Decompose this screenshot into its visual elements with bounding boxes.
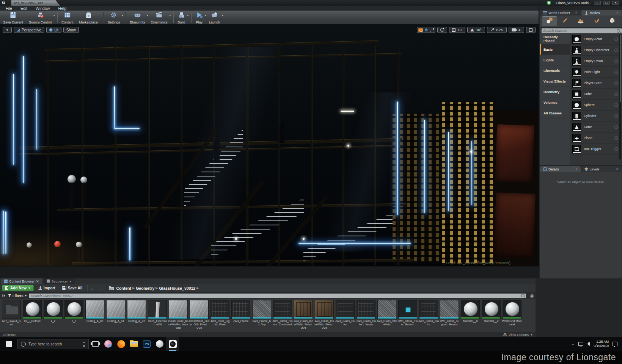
view-options-button[interactable]: View Options▼ [503,333,533,337]
taskbar-search-input[interactable] [28,342,80,346]
microphone-icon[interactable] [83,342,85,346]
breadcrumb-geometry[interactable]: Geometry [136,286,154,291]
camera-speed-control[interactable]: 4 [509,27,524,33]
asset-tile[interactable]: JW3_Frame_No_Top [251,300,272,332]
cinematics-button[interactable]: Cinematics▼ [148,11,171,24]
breadcrumb-glasshouse_v0012[interactable]: GlassHouse_v0012 [159,286,195,291]
place-item-player-start[interactable]: Player Start [570,78,622,89]
asset-tile[interactable]: JW3_Glass_Floors_Combined [272,300,293,332]
lock-icon[interactable] [530,294,534,298]
import-button[interactable]: Import [36,286,58,290]
show-button[interactable]: Show [63,27,79,33]
category-basic[interactable]: Basic [540,44,570,55]
drag-handle-icon[interactable] [614,125,618,129]
source-control-button[interactable]: Source Control▼ [27,11,55,24]
asset-tile[interactable]: JW3_Glass_Outer [335,300,355,332]
drag-handle-icon[interactable] [614,114,618,118]
perspective-button[interactable]: Perspective [14,27,44,33]
asset-tile[interactable]: GlassHouse_backWallFix_backwall [168,300,188,332]
chevron-down-icon[interactable]: ▼ [187,14,189,17]
asset-tile[interactable]: JW3_Glass_Floor_Bottom [397,300,418,332]
asset-tile[interactable]: 1_2 [43,300,63,332]
realtime-toggle-button[interactable] [417,27,435,33]
foliage-mode-button[interactable] [589,16,604,26]
3d-viewport[interactable]: ▼ Perspective Lit Show 10 10° 0.25 4 Lev… [0,24,539,266]
viewport-options-button[interactable]: ▼ [3,27,12,33]
asset-tile[interactable]: JW3_Glass_Support_Beams [439,300,460,332]
task-view-button[interactable] [89,337,102,351]
scrollbar-thumb[interactable] [619,34,621,103]
asset-tile[interactable]: Ceiling_A_01 [105,300,126,332]
menu-help[interactable]: Help [54,6,71,11]
close-icon[interactable]: ✕ [616,167,619,171]
build-button[interactable]: Build▼ [175,11,189,24]
document-tab[interactable]: 001_GlassOffice_020 [11,0,60,6]
tab-levels[interactable]: Levels✕ [581,166,622,172]
search-classes-input[interactable] [542,28,622,33]
add-new-button[interactable]: Add New▼ [2,285,34,291]
settings-button[interactable]: Settings▼ [105,11,124,24]
paint-mode-button[interactable] [558,16,572,26]
content-button[interactable]: Content [59,11,77,24]
asset-tile[interactable]: Deco_Extension_v006 [147,300,168,332]
category-recently-placed[interactable]: Recently Placed [540,34,570,44]
taskbar-clock[interactable]: 1:28 AM9/19/2019 [594,340,609,348]
taskbar-search[interactable] [17,339,89,349]
place-item-empty-character[interactable]: Empty Character [570,45,622,56]
asset-tile[interactable]: JW3_Glass_Outer1_Water [356,300,376,332]
save-current-button[interactable]: Save Current [1,11,27,24]
maximize-viewport-button[interactable] [526,27,536,33]
notification-center-icon[interactable] [613,342,617,346]
place-mode-button[interactable] [542,16,557,26]
content-browser-search-input[interactable] [29,294,526,298]
place-item-point-light[interactable]: Point Light [570,67,622,78]
chevron-down-icon[interactable]: ▼ [53,14,55,17]
chevron-down-icon[interactable]: ▼ [169,14,171,17]
close-button[interactable]: ✕ [612,1,619,5]
chevron-down-icon[interactable]: ▼ [121,14,124,17]
place-item-cube[interactable]: Cube [570,89,622,100]
place-item-box-trigger[interactable]: Box Trigger [570,144,622,155]
close-icon[interactable]: ✕ [575,11,578,14]
taskbar-app-explorer[interactable] [127,337,140,351]
place-item-plane[interactable]: Plane [570,133,622,144]
asset-tile[interactable]: Jw3_Glass_InnerWalls_Fixed_UVs [314,300,335,332]
asset-tile[interactable]: Material__2 [481,300,501,332]
drag-handle-icon[interactable] [614,147,618,151]
menu-window[interactable]: Window [31,6,54,11]
drag-handle-icon[interactable] [614,70,618,74]
back-button[interactable]: ← [90,286,96,291]
marketplace-button[interactable]: Marketplace [77,11,101,24]
launch-button[interactable]: Launch▼ [207,11,224,24]
start-button[interactable] [0,337,17,351]
drag-handle-icon[interactable] [614,59,618,63]
place-item-empty-actor[interactable]: Empty Actor [570,34,622,45]
taskbar-app-unreal[interactable]: u [166,337,179,351]
chevron-down-icon[interactable]: ▾ [69,280,71,283]
taskbar-app-media[interactable] [153,337,166,351]
chevron-down-icon[interactable]: ▾ [576,167,577,171]
category-volumes[interactable]: Volumes [540,97,570,108]
menu-file[interactable]: File [2,6,16,11]
taskbar-app-photoshop[interactable]: Ps [140,337,153,351]
camera-orbit-button[interactable] [437,27,447,33]
grid-snap-control[interactable]: 10 [449,27,465,33]
asset-tile[interactable]: WorldGrid Materaial [502,300,522,332]
blueprints-button[interactable]: Blueprints▼ [127,11,148,24]
play-button[interactable]: Play▼ [193,11,207,24]
network-icon[interactable] [578,342,583,346]
asset-tile[interactable]: Ceiling_A_02 [126,300,147,332]
menu-edit[interactable]: Edit [16,6,31,11]
lit-button[interactable]: Lit [46,27,61,33]
tab-content-browser[interactable]: Content Browser✕ [1,278,42,284]
tab-sequencer[interactable]: Sequencer▾ [43,278,75,284]
forward-button[interactable]: → [98,286,104,291]
tab-modes[interactable]: Modes✕ [581,10,622,16]
close-icon[interactable]: ✕ [616,11,619,14]
asset-tile[interactable]: GlassWalls_Outer_006_Fixed_UVs [189,300,209,332]
drag-handle-icon[interactable] [614,48,618,52]
drag-handle-icon[interactable] [614,37,618,41]
drag-handle-icon[interactable] [614,92,618,96]
close-icon[interactable]: ✕ [36,280,39,283]
asset-tile[interactable]: ALT_Layout_Geo [1,300,22,332]
